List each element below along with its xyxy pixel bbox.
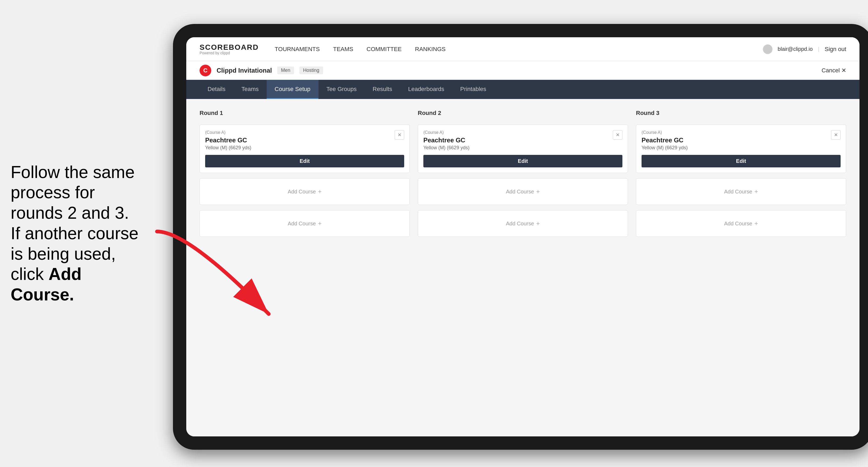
add-course-label-text: Add Course (288, 189, 316, 195)
nav-rankings[interactable]: RANKINGS (415, 46, 446, 53)
add-course-r3-label: Add Course (724, 189, 752, 195)
course-details-r3: Yellow (M) (6629 yds) (642, 145, 688, 151)
round-2-edit-button[interactable]: Edit (423, 155, 622, 167)
round-2-label: Round 2 (418, 110, 628, 117)
instruction-line6: click (11, 265, 49, 284)
logo-sub: Powered by clippd (199, 51, 259, 55)
tournament-info: C Clippd Invitational Men Hosting (199, 65, 323, 76)
round-3-column: Round 3 (Course A) Peachtree GC Yellow (… (636, 110, 846, 237)
nav-teams[interactable]: TEAMS (333, 46, 353, 53)
round-2-add-course-2[interactable]: Add Course + (418, 210, 628, 237)
tablet-device: SCOREBOARD Powered by clippd TOURNAMENTS… (173, 24, 868, 450)
tab-leaderboards[interactable]: Leaderboards (400, 80, 452, 99)
tab-teams[interactable]: Teams (234, 80, 267, 99)
course-remove-button-r2[interactable]: ✕ (613, 130, 622, 140)
course-remove-button[interactable]: ✕ (395, 130, 404, 140)
round-3-course-card: (Course A) Peachtree GC Yellow (M) (6629… (636, 125, 846, 173)
round-1-add-course-1[interactable]: Add Course + (199, 178, 410, 205)
user-email: blair@clippd.io (778, 46, 813, 52)
round-3-label: Round 3 (636, 110, 846, 117)
logo-text: SCOREBOARD (199, 44, 259, 51)
round-2-add-course-1[interactable]: Add Course + (418, 178, 628, 205)
course-card-header-r2: (Course A) Peachtree GC Yellow (M) (6629… (423, 130, 622, 151)
tab-printables[interactable]: Printables (452, 80, 494, 99)
add-course-plus-icon-2: + (318, 220, 322, 227)
logo: SCOREBOARD Powered by clippd (199, 44, 259, 55)
instruction-line5: is being used, (11, 244, 116, 263)
add-course-r2-label: Add Course (506, 189, 534, 195)
instruction-line1: Follow the same (11, 163, 135, 182)
tournament-logo: C (199, 65, 211, 76)
tournament-bar: C Clippd Invitational Men Hosting Cancel… (186, 61, 860, 80)
course-details-r2: Yellow (M) (6629 yds) (423, 145, 469, 151)
sign-out-link[interactable]: Sign out (825, 46, 846, 53)
instruction-line2: process for (11, 183, 95, 202)
round-2-column: Round 2 (Course A) Peachtree GC Yellow (… (418, 110, 628, 237)
tab-tee-groups[interactable]: Tee Groups (318, 80, 365, 99)
sub-navigation: Details Teams Course Setup Tee Groups Re… (186, 80, 860, 99)
course-details: Yellow (M) (6629 yds) (205, 145, 251, 151)
add-course-r3-plus: + (754, 188, 758, 195)
round-3-add-course-2[interactable]: Add Course + (636, 210, 846, 237)
add-course-r3-plus-2: + (754, 220, 758, 227)
tournament-name: Clippd Invitational (217, 67, 272, 74)
course-remove-button-r3[interactable]: ✕ (831, 130, 841, 140)
add-course-plus-icon: + (318, 188, 322, 195)
tablet-screen: SCOREBOARD Powered by clippd TOURNAMENTS… (186, 37, 860, 436)
round-1-course-card: (Course A) Peachtree GC Yellow (M) (6629… (199, 125, 410, 173)
round-3-edit-button[interactable]: Edit (642, 155, 841, 167)
tab-details[interactable]: Details (199, 80, 234, 99)
course-name-r3: Peachtree GC (642, 136, 688, 144)
nav-right: blair@clippd.io | Sign out (763, 44, 846, 54)
instruction-line3: rounds 2 and 3. (11, 203, 129, 222)
course-card-header-r3: (Course A) Peachtree GC Yellow (M) (6629… (642, 130, 841, 151)
add-course-r3-label-2: Add Course (724, 221, 752, 227)
round-1-edit-button[interactable]: Edit (205, 155, 404, 167)
rounds-grid: Round 1 (Course A) Peachtree GC Yellow (… (199, 110, 846, 237)
round-2-course-card: (Course A) Peachtree GC Yellow (M) (6629… (418, 125, 628, 173)
round-1-column: Round 1 (Course A) Peachtree GC Yellow (… (199, 110, 410, 237)
course-card-header: (Course A) Peachtree GC Yellow (M) (6629… (205, 130, 404, 151)
round-1-add-course-2[interactable]: Add Course + (199, 210, 410, 237)
course-name-r2: Peachtree GC (423, 136, 469, 144)
top-navigation: SCOREBOARD Powered by clippd TOURNAMENTS… (186, 37, 860, 61)
tab-course-setup[interactable]: Course Setup (267, 80, 318, 99)
add-course-r2-plus-2: + (536, 220, 540, 227)
nav-tournaments[interactable]: TOURNAMENTS (275, 46, 320, 53)
add-course-r2-label-2: Add Course (506, 221, 534, 227)
nav-committee[interactable]: COMMITTEE (367, 46, 402, 53)
cancel-button[interactable]: Cancel ✕ (822, 67, 846, 74)
add-course-label-text-2: Add Course (288, 221, 316, 227)
instruction-line4: If another course (11, 224, 138, 243)
instruction-panel: Follow the same process for rounds 2 and… (0, 151, 154, 316)
avatar (763, 44, 772, 54)
status-badge: Hosting (299, 66, 323, 74)
round-3-add-course-1[interactable]: Add Course + (636, 178, 846, 205)
course-tag: (Course A) (205, 130, 251, 135)
main-content: Round 1 (Course A) Peachtree GC Yellow (… (186, 99, 860, 436)
tab-results[interactable]: Results (365, 80, 400, 99)
course-tag-r2: (Course A) (423, 130, 469, 135)
add-course-r2-plus: + (536, 188, 540, 195)
course-tag-r3: (Course A) (642, 130, 688, 135)
gender-badge: Men (277, 66, 294, 74)
course-name: Peachtree GC (205, 136, 251, 144)
round-1-label: Round 1 (199, 110, 410, 117)
nav-links: TOURNAMENTS TEAMS COMMITTEE RANKINGS (275, 46, 747, 53)
